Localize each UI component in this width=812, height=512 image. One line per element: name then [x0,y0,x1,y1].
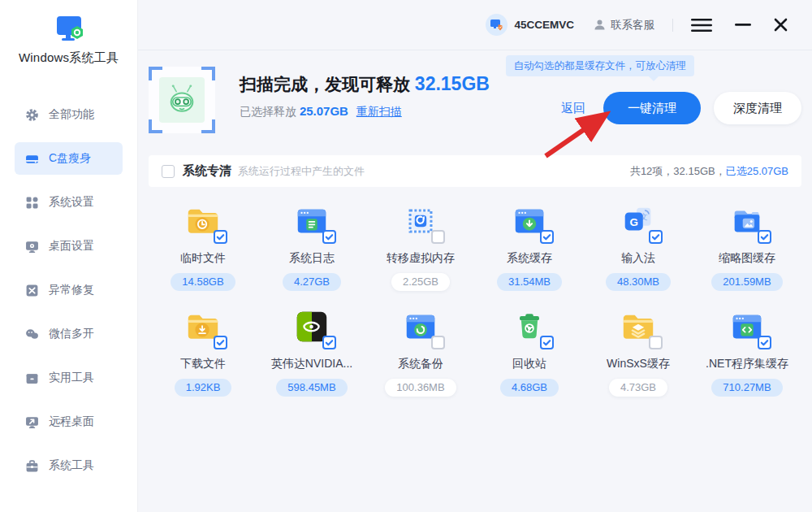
item-size-badge: 598.45MB [276,379,347,397]
temp-files-icon [184,202,222,240]
clean-item-recycle-bin[interactable]: 回收站 4.68GB [475,300,584,397]
clean-item-dotnet-cache[interactable]: .NET程序集缓存 710.27MB [693,300,801,397]
winsxs-cache-icon [620,308,657,345]
clean-item-system-backup[interactable]: 系统备份 100.36MB [366,300,475,397]
item-size-badge: 100.36MB [385,379,456,397]
tooltip-bubble: 自动勾选的都是缓存文件，可放心清理 [506,55,695,76]
selected-size: 25.07GB [300,104,348,118]
sidebar-item-c-drive-slim[interactable]: C盘瘦身 [15,142,123,175]
sidebar-item-label: 桌面设置 [49,239,94,254]
system-cache-icon [511,202,548,240]
scan-result-header: 扫描完成，发现可释放 32.15GB 已选择释放 25.07GB 重新扫描 返回… [149,67,801,133]
sidebar-item-label: 实用工具 [49,371,94,385]
sidebar-item-desktop-settings[interactable]: 桌面设置 [15,230,123,263]
sidebar-item-label: 微信多开 [49,327,94,341]
item-size-badge: 31.54MB [497,273,562,291]
selected-prefix: 已选择释放 [240,105,300,118]
item-size-badge: 201.59MB [711,273,782,291]
item-checkbox[interactable] [322,336,336,349]
item-label: 回收站 [512,357,546,371]
contact-support[interactable]: 联系客服 [594,18,654,33]
item-checkbox[interactable] [214,336,227,349]
item-label: 转移虚拟内存 [387,251,455,266]
desktop-gear-icon [25,240,39,254]
item-size-badge: 1.92KB [175,379,232,397]
wechat-icon [25,328,39,341]
rescan-link[interactable]: 重新扫描 [356,105,402,118]
item-checkbox[interactable] [649,336,663,349]
briefcase-icon [25,459,39,473]
scan-total-size: 32.15GB [415,73,490,94]
scan-title-text: 扫描完成，发现可释放 [240,75,415,93]
clean-item-virtual-memory[interactable]: 转移虚拟内存 2.25GB [366,194,475,292]
person-icon [594,19,606,31]
titlebar-divider [672,19,673,32]
sidebar-item-remote-desktop[interactable]: 远程桌面 [15,406,123,438]
item-checkbox[interactable] [214,230,227,244]
clean-item-system-cache[interactable]: 系统缓存 31.54MB [475,194,584,292]
item-size-badge: 4.27GB [283,273,341,291]
item-label: 系统日志 [289,251,335,266]
clean-item-downloads[interactable]: 下载文件 1.92KB [149,300,257,397]
item-checkbox[interactable] [540,230,554,244]
section-summary: 共12项，32.15GB，已选25.07GB [630,164,788,179]
sidebar-item-wechat-multi[interactable]: 微信多开 [15,318,123,350]
titlebar: 45CCEMVC 联系客服 [138,0,812,50]
scan-summary: 扫描完成，发现可释放 32.15GB 已选择释放 25.07GB 重新扫描 [240,67,490,133]
system-backup-icon [402,308,439,345]
item-checkbox[interactable] [758,336,771,349]
clean-item-temp-files[interactable]: 临时文件 14.58GB [149,194,257,292]
item-checkbox[interactable] [540,336,554,349]
user-avatar[interactable] [486,14,508,36]
repair-icon [25,284,39,297]
item-label: 输入法 [621,251,655,266]
virtual-memory-chip-icon [402,202,439,240]
clean-item-system-logs[interactable]: 系统日志 4.27GB [257,194,366,292]
gear-icon [25,108,39,122]
item-size-badge: 4.73GB [609,379,667,397]
input-method-icon: 文G [620,202,657,240]
sidebar: Windows系统工具 全部功能 C盘瘦身 系统设置 桌面设置 异常修复 [0,0,138,512]
toolbox-icon [25,371,39,385]
robot-icon [159,77,205,123]
item-label: 下载文件 [180,357,226,371]
item-size-badge: 2.25GB [391,273,450,291]
clean-item-input-method[interactable]: 文G 输入法 48.30MB [584,194,693,292]
dotnet-cache-icon [728,308,766,345]
sidebar-item-utilities[interactable]: 实用工具 [15,362,123,394]
sidebar-item-label: 全部功能 [49,107,94,122]
section-checkbox[interactable] [162,165,175,178]
sidebar-item-system-settings[interactable]: 系统设置 [15,186,123,219]
user-id[interactable]: 45CCEMVC [514,19,574,31]
item-checkbox[interactable] [431,336,445,349]
scan-title: 扫描完成，发现可释放 32.15GB [240,73,490,96]
action-buttons: 返回 一键清理 深度清理 [561,83,801,133]
sidebar-item-system-tools[interactable]: 系统工具 [15,449,123,482]
content-area: 自动勾选的都是缓存文件，可放心清理 [138,50,812,512]
clean-item-winsxs-cache[interactable]: WinSxS缓存 4.73GB [584,300,693,397]
item-checkbox[interactable] [758,230,771,244]
deep-clean-button[interactable]: 深度清理 [714,92,801,124]
close-button[interactable] [774,18,788,32]
item-checkbox[interactable] [431,230,445,244]
clean-item-thumbnail-cache[interactable]: 缩略图缓存 201.59MB [693,194,801,292]
clean-item-nvidia[interactable]: 英伟达NVIDIA... 598.45MB [257,300,366,397]
sidebar-item-repair[interactable]: 异常修复 [15,274,123,306]
downloads-icon [184,308,222,345]
item-checkbox[interactable] [322,230,336,244]
section-title: 系统专清 [183,163,231,179]
back-button[interactable]: 返回 [561,101,585,116]
app-logo-icon [50,13,88,47]
sidebar-item-all-functions[interactable]: 全部功能 [15,98,123,131]
one-click-clean-button[interactable]: 一键清理 [603,92,701,124]
item-label: 英伟达NVIDIA... [271,357,352,371]
minimize-button[interactable] [735,24,751,27]
section-subtitle: 系统运行过程中产生的文件 [238,164,365,179]
menu-button[interactable] [691,18,712,33]
item-checkbox[interactable] [649,230,663,244]
item-size-badge: 710.27MB [711,379,782,397]
sidebar-item-label: C盘瘦身 [49,151,91,166]
item-size-badge: 48.30MB [606,273,671,291]
summary-total: 共12项，32.15GB， [630,165,726,177]
remote-desktop-icon [25,415,39,429]
